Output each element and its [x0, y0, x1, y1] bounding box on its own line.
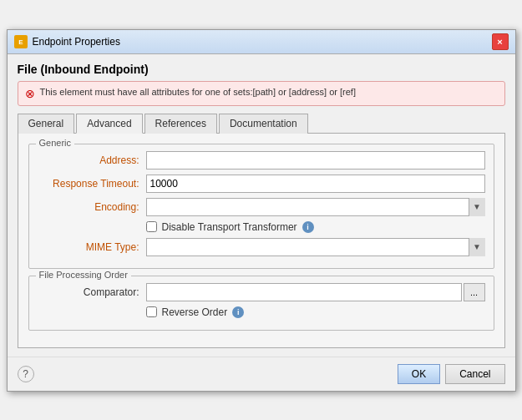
- reverse-order-info-icon: i: [232, 306, 244, 318]
- footer-buttons: OK Cancel: [398, 364, 505, 384]
- title-bar: E Endpoint Properties ×: [8, 30, 515, 54]
- error-banner: ⊗ This element must have all attributes …: [18, 81, 505, 106]
- generic-section: Generic Address: Response Timeout: Encod…: [28, 144, 494, 269]
- encoding-select[interactable]: [146, 198, 485, 216]
- generic-section-label: Generic: [36, 138, 75, 148]
- tab-advanced[interactable]: Advanced: [76, 114, 142, 134]
- help-button[interactable]: ?: [18, 366, 34, 382]
- tab-documentation[interactable]: Documentation: [219, 114, 308, 134]
- svg-text:E: E: [18, 38, 23, 46]
- address-group: Address:: [38, 151, 485, 170]
- tab-general[interactable]: General: [18, 114, 75, 134]
- encoding-label: Encoding:: [38, 201, 146, 213]
- mime-type-label: MIME Type:: [38, 241, 146, 253]
- comparator-input[interactable]: [146, 283, 462, 301]
- file-processing-label: File Processing Order: [36, 270, 131, 280]
- tabs: General Advanced References Documentatio…: [18, 113, 505, 134]
- comparator-browse-button[interactable]: ...: [464, 283, 485, 301]
- dialog-footer: ? OK Cancel: [8, 357, 515, 391]
- error-icon: ⊗: [25, 87, 35, 100]
- reverse-order-label: Reverse Order: [162, 306, 228, 318]
- encoding-group: Encoding: ▼: [38, 198, 485, 216]
- address-label: Address:: [38, 154, 146, 166]
- response-timeout-input[interactable]: [146, 175, 485, 193]
- response-timeout-group: Response Timeout:: [38, 175, 485, 193]
- tab-references[interactable]: References: [144, 114, 217, 134]
- ok-button[interactable]: OK: [398, 364, 440, 384]
- disable-transport-label: Disable Transport Transformer: [162, 221, 297, 233]
- file-processing-section: File Processing Order Comparator: ... Re…: [28, 276, 494, 331]
- disable-transport-group: Disable Transport Transformer i: [38, 221, 485, 233]
- comparator-label: Comparator:: [38, 286, 146, 298]
- address-input[interactable]: [146, 151, 485, 170]
- dialog-title: File (Inbound Endpoint): [18, 63, 505, 76]
- title-bar-left: E Endpoint Properties: [14, 35, 120, 48]
- close-button[interactable]: ×: [492, 33, 509, 50]
- reverse-order-checkbox[interactable]: [146, 306, 157, 317]
- mime-type-group: MIME Type: ▼: [38, 238, 485, 256]
- endpoint-properties-dialog: E Endpoint Properties × File (Inbound En…: [7, 29, 516, 392]
- mime-type-select[interactable]: [146, 238, 485, 256]
- disable-transport-info-icon: i: [302, 221, 314, 233]
- window-title: Endpoint Properties: [33, 36, 120, 48]
- mime-type-select-wrapper: ▼: [146, 238, 485, 256]
- comparator-group: Comparator: ...: [38, 283, 485, 301]
- reverse-order-group: Reverse Order i: [38, 306, 485, 318]
- dialog-body: File (Inbound Endpoint) ⊗ This element m…: [8, 54, 515, 357]
- encoding-select-wrapper: ▼: [146, 198, 485, 216]
- disable-transport-checkbox[interactable]: [146, 221, 157, 232]
- cancel-button[interactable]: Cancel: [445, 364, 504, 384]
- response-timeout-label: Response Timeout:: [38, 178, 146, 190]
- error-message: This element must have all attributes fo…: [40, 87, 356, 97]
- tab-content: Generic Address: Response Timeout: Encod…: [18, 134, 505, 348]
- window-icon: E: [14, 35, 28, 48]
